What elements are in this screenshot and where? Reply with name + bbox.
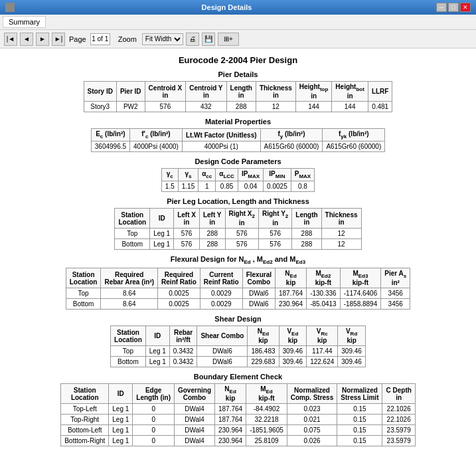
col-height-bot: Heightbotin xyxy=(332,82,368,102)
table-row: Bottom 8.64 0.0025 0.0029 DWal6 230.964 … xyxy=(66,299,410,310)
nav-next-button[interactable]: ► xyxy=(36,33,49,46)
col-llrf: LLRF xyxy=(368,82,392,102)
maximize-button[interactable]: □ xyxy=(448,3,459,12)
design-code-title: Design Code Parameters xyxy=(13,157,463,165)
table-row: Top Leg 1 0.3432 DWal6 186.483 309.46 11… xyxy=(111,346,366,357)
toolbar: |◄ ◄ ► ►| Page Zoom Fit Width 100% 75% 5… xyxy=(0,30,476,48)
shear-title: Shear Design xyxy=(13,315,463,323)
pier-leg-table: StationLocation ID Left Xin Left Yin Rig… xyxy=(114,208,361,250)
page-label: Page xyxy=(69,35,86,43)
col-height-top: Heighttopin xyxy=(295,82,332,102)
print-button[interactable]: 🖨 xyxy=(186,33,199,46)
zoom-select[interactable]: Fit Width 100% 75% 50% xyxy=(142,33,183,45)
table-row: 3604996.5 4000Psi (4000) 4000Psi (1) A61… xyxy=(91,141,384,152)
table-row: Story3 PW2 576 432 288 12 144 144 0.481 xyxy=(84,102,392,112)
col-story-id: Story ID xyxy=(84,82,116,102)
col-fc: f'c (lb/in²) xyxy=(130,129,183,141)
table-row: Top-Left Leg 1 0 DWal4 187.764 -84.4902 … xyxy=(61,404,416,415)
col-centroid-x: Centroid Xin xyxy=(145,82,186,102)
content-area: Eurocode 2-2004 Pier Design Pier Details… xyxy=(0,48,476,465)
col-fyk: fyk (lb/in²) xyxy=(323,129,385,141)
shear-table: StationLocation ID Rebarin²/ft Shear Com… xyxy=(110,326,366,367)
flexural-table: StationLocation RequiredRebar Area (in²)… xyxy=(66,268,410,310)
summary-tab[interactable]: Summary xyxy=(3,16,46,28)
main-title: Eurocode 2-2004 Pier Design xyxy=(13,55,463,65)
table-row: Bottom Leg 1 0.3432 DWal6 229.683 309.46… xyxy=(111,357,366,367)
col-ltwt: Lt.Wt Factor (Unitless) xyxy=(182,129,260,141)
nav-last-button[interactable]: ►| xyxy=(52,33,65,46)
app-icon xyxy=(5,3,15,12)
nav-first-button[interactable]: |◄ xyxy=(4,33,17,46)
col-centroid-y: Centroid Yin xyxy=(186,82,226,102)
pier-leg-title: Pier Leg Location, Length and Thickness xyxy=(13,197,463,205)
menu-bar: Summary xyxy=(0,15,476,30)
col-thickness: Thicknessin xyxy=(256,82,295,102)
nav-prev-button[interactable]: ◄ xyxy=(20,33,33,46)
col-length: Lengthin xyxy=(226,82,256,102)
col-ec: Ec (lb/in²) xyxy=(91,129,129,141)
table-button[interactable]: ⊞+ xyxy=(218,33,239,46)
flexural-title: Flexural Design for NEd , MEd2 and MEd3 xyxy=(13,255,463,265)
col-pier-id: Pier ID xyxy=(116,82,145,102)
minimize-button[interactable]: ─ xyxy=(436,3,447,12)
save-button[interactable]: 💾 xyxy=(202,33,215,46)
page-input[interactable] xyxy=(90,33,110,45)
design-code-table: γc γs αcc αLCC IPMAX IPMIN PMAX 1.5 1.15… xyxy=(161,168,315,192)
table-row: Bottom-Left Leg 1 0 DWal4 230.964 -1851.… xyxy=(61,425,416,436)
table-row: Top 8.64 0.0025 0.0029 DWal6 187.764 -13… xyxy=(66,288,410,299)
material-table: Ec (lb/in²) f'c (lb/in²) Lt.Wt Factor (U… xyxy=(91,128,385,152)
table-row: Bottom Leg 1 576 288 576 576 288 12 xyxy=(115,239,361,250)
window-title: Design Details xyxy=(17,3,436,11)
pier-details-title: Pier Details xyxy=(13,70,463,78)
material-title: Material Properties xyxy=(13,118,463,126)
table-row: Top Leg 1 576 288 576 576 288 12 xyxy=(115,229,361,239)
table-row: 1.5 1.15 1 0.85 0.04 0.0025 0.8 xyxy=(161,181,314,192)
boundary-table: StationLocation ID EdgeLength (in) Gover… xyxy=(60,383,416,446)
close-button[interactable]: ✕ xyxy=(460,3,471,12)
pier-details-table: Story ID Pier ID Centroid Xin Centroid Y… xyxy=(84,81,393,112)
col-fy: fy (lb/in²) xyxy=(260,129,323,141)
table-row: Botttom-Right Leg 1 0 DWal4 230.964 25.8… xyxy=(61,436,416,446)
table-row: Top-Right Leg 1 0 DWal4 187.764 32.2218 … xyxy=(61,415,416,425)
boundary-title: Boundary Element Check xyxy=(13,373,463,381)
zoom-label: Zoom xyxy=(118,35,137,43)
title-bar: Design Details ─ □ ✕ xyxy=(0,0,476,15)
